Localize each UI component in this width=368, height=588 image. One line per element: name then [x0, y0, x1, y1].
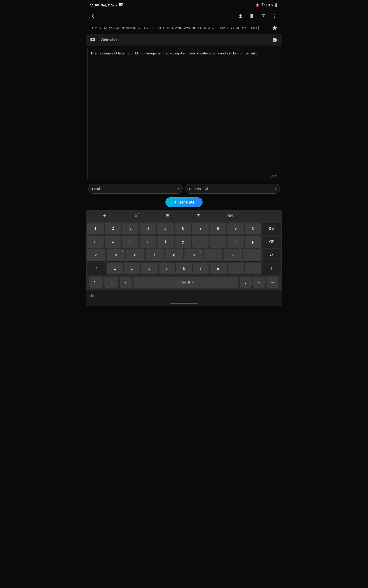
- key-5[interactable]: 5: [157, 222, 174, 235]
- key-r[interactable]: =r: [140, 236, 156, 248]
- more-tools-button[interactable]: ···: [259, 212, 267, 219]
- cursor-right-button[interactable]: →: [267, 277, 278, 288]
- key-o[interactable]: [o: [227, 236, 244, 248]
- type-label: Email: [92, 187, 101, 191]
- key-i[interactable]: >i: [210, 236, 226, 248]
- key-n[interactable]: ,n: [193, 263, 209, 275]
- key-q[interactable]: +q: [87, 236, 104, 248]
- type-chevron: ▾: [178, 187, 179, 190]
- key-1[interactable]: 1: [87, 222, 104, 235]
- magic-tool-button[interactable]: ✦: [101, 212, 108, 219]
- delete-button[interactable]: [248, 13, 255, 19]
- key-u[interactable]: <u: [192, 236, 209, 248]
- compose-area[interactable]: Draft a complaint letter to building man…: [87, 47, 281, 180]
- number-row: 1 2 3 4 5 6 7 8 9 0 Del: [87, 222, 281, 235]
- generate-button[interactable]: ✦ Generate: [166, 197, 202, 207]
- battery-level: 63%: [266, 3, 273, 7]
- key-6[interactable]: 6: [175, 222, 191, 235]
- emoji-notification-dot: [138, 213, 139, 214]
- type-dropdown[interactable]: Email ▾: [88, 184, 183, 194]
- key-x[interactable]: 'x: [124, 263, 140, 275]
- key-backspace[interactable]: ⌫: [262, 236, 281, 248]
- key-a[interactable]: !a: [87, 249, 105, 261]
- bottom-bar: ⊞: [86, 290, 282, 302]
- grid-icon: ⊞: [91, 292, 95, 298]
- key-b[interactable]: 'b: [176, 263, 192, 275]
- info-button[interactable]: [271, 37, 278, 43]
- email-subject: TEMPORARY SUSPENSION OF TOILET, KITCHEN,…: [90, 24, 278, 31]
- generate-row: ✦ Generate: [86, 196, 282, 210]
- key-0[interactable]: 0: [245, 222, 261, 235]
- key-y[interactable]: -y: [175, 236, 191, 248]
- time: 11:08: [90, 3, 99, 7]
- key-s[interactable]: @s: [107, 249, 125, 261]
- image-icon: 🖼: [119, 3, 123, 7]
- mute-icon: 🔇: [256, 3, 259, 7]
- key-v[interactable]: :v: [159, 263, 175, 275]
- wifi-icon: [261, 3, 265, 8]
- download-button[interactable]: [237, 13, 244, 19]
- char-count: 110/125: [267, 174, 277, 178]
- tone-chevron: ▾: [275, 187, 276, 190]
- tone-dropdown[interactable]: Professional ▾: [185, 184, 280, 194]
- ctrl-key[interactable]: Ctrl: [89, 277, 103, 288]
- back-button[interactable]: [90, 13, 97, 19]
- emoji-tool-button[interactable]: ☺: [132, 212, 140, 219]
- key-t[interactable]: /t: [157, 236, 174, 248]
- cursor-left-button[interactable]: ←: [253, 277, 265, 288]
- tone-label: Professional: [189, 187, 208, 191]
- keyboard-layout-button[interactable]: ⌨: [225, 212, 235, 219]
- key-del[interactable]: Del: [262, 222, 281, 235]
- write-label: Write about: [101, 38, 269, 42]
- key-c[interactable]: "c: [141, 263, 157, 275]
- key-4[interactable]: 4: [140, 222, 156, 235]
- settings-tool-button[interactable]: ⚙: [164, 212, 171, 219]
- status-right: 🔇 63% 🔋: [256, 3, 278, 8]
- subject-text: TEMPORARY SUSPENSION OF TOILET, KITCHEN,…: [90, 26, 247, 30]
- next-lang-button[interactable]: ›: [240, 277, 252, 288]
- text-style-tool-button[interactable]: T: [195, 212, 202, 219]
- key-w[interactable]: ×w: [105, 236, 121, 248]
- asdf-row: !a @s #d £f %g &h *j (k )l ↵: [87, 249, 281, 261]
- language-bar: Ctrl !#1 ‹ English (UK) › ← →: [87, 276, 281, 289]
- key-d[interactable]: #d: [126, 249, 145, 261]
- key-f[interactable]: £f: [146, 249, 164, 261]
- toolbar-divider: |: [97, 38, 99, 43]
- key-h[interactable]: &h: [184, 249, 203, 261]
- key-j[interactable]: *j: [204, 249, 222, 261]
- key-shift-right[interactable]: ⇧: [262, 263, 281, 275]
- forward-button[interactable]: [260, 13, 267, 19]
- top-action-bar: [86, 10, 282, 22]
- key-p[interactable]: ]p: [245, 236, 261, 248]
- inbox-badge: Inbox: [249, 26, 258, 30]
- date: Sat, 2 Nov: [101, 3, 117, 7]
- dropdown-row: Email ▾ Professional ▾: [86, 181, 282, 196]
- generate-label: Generate: [178, 200, 194, 204]
- write-toolbar: | Write about: [86, 34, 282, 46]
- key-enter[interactable]: ↵: [263, 249, 281, 261]
- key-period[interactable]: .: [245, 263, 261, 275]
- hash-key[interactable]: !#1: [104, 277, 118, 288]
- key-l[interactable]: )l: [243, 249, 261, 261]
- key-e[interactable]: ÷e: [122, 236, 138, 248]
- keyboard-icon: [90, 37, 95, 43]
- prev-lang-button[interactable]: ‹: [120, 277, 132, 288]
- star-button[interactable]: [271, 24, 278, 31]
- key-z[interactable]: -z: [107, 263, 123, 275]
- language-selector[interactable]: English (UK): [133, 277, 238, 288]
- key-m[interactable]: ?m: [211, 263, 227, 275]
- keyboard: 1 2 3 4 5 6 7 8 9 0 Del +q ×w ÷e =r /t -…: [86, 221, 282, 290]
- home-indicator: [86, 302, 282, 306]
- key-k[interactable]: (k: [223, 249, 242, 261]
- key-8[interactable]: 8: [210, 222, 226, 235]
- key-3[interactable]: 3: [122, 222, 138, 235]
- battery-icon: 🔋: [274, 3, 278, 7]
- key-2[interactable]: 2: [105, 222, 121, 235]
- key-g[interactable]: %g: [165, 249, 184, 261]
- more-button[interactable]: [271, 13, 278, 19]
- key-9[interactable]: 9: [227, 222, 244, 235]
- key-comma[interactable]: ,: [228, 263, 244, 275]
- key-shift-left[interactable]: ⇧: [87, 263, 106, 275]
- zxcv-row: ⇧ -z 'x "c :v 'b ,n ?m , . ⇧: [87, 263, 281, 275]
- key-7[interactable]: 7: [192, 222, 209, 235]
